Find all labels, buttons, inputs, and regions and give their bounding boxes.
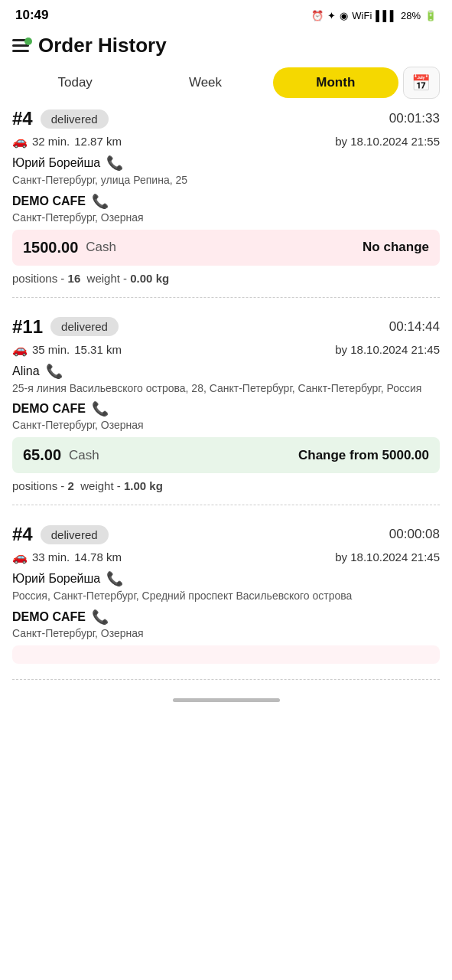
cafe-address: Санкт-Петербург, Озерная <box>12 419 440 431</box>
positions-count: 2 <box>68 479 74 492</box>
cafe-phone-icon[interactable]: 📞 <box>92 193 109 210</box>
order-deadline: by 18.10.2024 21:45 <box>335 343 440 356</box>
cafe-address: Санкт-Петербург, Озерная <box>12 211 440 224</box>
order-deadline: by 18.10.2024 21:55 <box>335 135 440 148</box>
order-meta: 🚗 32 min. 12.87 km by 18.10.2024 21:55 <box>12 134 440 149</box>
customer-address: Россия, Санкт-Петербург, Средний проспек… <box>12 589 440 604</box>
order-card: #11 delivered 00:14:44 🚗 35 min. 15.31 k… <box>12 316 440 506</box>
car-icon: 🚗 <box>12 342 28 357</box>
menu-button[interactable] <box>12 39 29 52</box>
tab-today[interactable]: Today <box>12 67 138 98</box>
signal-icon: ▌▌▌ <box>376 10 397 21</box>
cafe-row: DEMO CAFE 📞 <box>12 400 440 417</box>
customer-name: Alina <box>12 364 40 378</box>
positions-row: positions - 2 weight - 1.00 kg <box>12 479 440 492</box>
customer-phone-icon[interactable]: 📞 <box>106 570 123 587</box>
customer-row: Юрий Борейша 📞 <box>12 570 440 587</box>
tab-week[interactable]: Week <box>142 67 268 98</box>
order-deadline: by 18.10.2024 21:45 <box>335 550 440 564</box>
customer-row: Юрий Борейша 📞 <box>12 155 440 172</box>
payment-left: 1500.00 Cash <box>23 239 116 256</box>
cafe-name: DEMO CAFE <box>12 402 86 416</box>
scroll-indicator <box>173 698 280 702</box>
order-elapsed-time: 00:00:08 <box>389 527 440 542</box>
customer-name: Юрий Борейша <box>12 156 100 170</box>
order-card: #4 delivered 00:00:08 🚗 33 min. 14.78 km… <box>12 524 440 680</box>
order-number: #4 <box>12 108 33 129</box>
cafe-name: DEMO CAFE <box>12 610 86 624</box>
order-km: 12.87 km <box>74 135 122 148</box>
payment-type: Cash <box>86 240 116 255</box>
order-duration: 35 min. <box>32 343 70 356</box>
order-elapsed-time: 00:01:33 <box>389 111 440 126</box>
customer-address: Санкт-Петербург, улица Репина, 25 <box>12 173 440 188</box>
customer-address: 25-я линия Васильевского острова, 28, Са… <box>12 381 440 397</box>
order-duration: 33 min. <box>32 550 70 564</box>
battery-icon: 🔋 <box>424 10 437 21</box>
cafe-phone-icon[interactable]: 📞 <box>92 400 109 417</box>
wifi-icon: WiFi <box>352 10 372 21</box>
order-number: #11 <box>12 316 43 338</box>
status-bar: 10:49 ⏰ ✦ ◉ WiFi ▌▌▌ 28% 🔋 <box>0 0 452 28</box>
online-indicator <box>24 38 32 45</box>
weight-value: 1.00 kg <box>124 479 163 492</box>
payment-amount: 65.00 <box>23 446 61 464</box>
cafe-row: DEMO CAFE 📞 <box>12 193 440 210</box>
order-card: #4 delivered 00:01:33 🚗 32 min. 12.87 km… <box>12 108 440 298</box>
calendar-button[interactable]: 📅 <box>403 67 440 99</box>
header: Order History <box>0 28 452 67</box>
order-header: #11 delivered 00:14:44 <box>12 316 440 338</box>
status-badge: delivered <box>41 109 109 129</box>
payment-amount: 1500.00 <box>23 239 78 256</box>
status-icons: ⏰ ✦ ◉ WiFi ▌▌▌ 28% 🔋 <box>311 10 437 21</box>
order-duration: 32 min. <box>32 135 70 148</box>
page-title: Order History <box>38 34 167 57</box>
tab-month[interactable]: Month <box>273 67 398 98</box>
payment-row: 65.00 Cash Change from 5000.00 <box>12 437 440 473</box>
order-id-group: #11 delivered <box>12 316 119 338</box>
order-header: #4 delivered 00:00:08 <box>12 524 440 545</box>
payment-row: 1500.00 Cash No change <box>12 230 440 266</box>
bluetooth-icon: ✦ <box>327 10 336 21</box>
customer-row: Alina 📞 <box>12 363 440 380</box>
customer-phone-icon[interactable]: 📞 <box>46 363 63 380</box>
status-badge: delivered <box>50 317 119 336</box>
location-icon: ◉ <box>340 10 348 21</box>
payment-change: Change from 5000.00 <box>298 448 429 463</box>
order-header: #4 delivered 00:01:33 <box>12 108 440 129</box>
car-icon: 🚗 <box>12 550 28 564</box>
cafe-name: DEMO CAFE <box>12 194 86 208</box>
order-meta: 🚗 35 min. 15.31 km by 18.10.2024 21:45 <box>12 342 440 357</box>
cafe-phone-icon[interactable]: 📞 <box>92 609 109 626</box>
order-km: 14.78 km <box>74 550 122 564</box>
customer-name: Юрий Борейша <box>12 572 100 586</box>
order-km: 15.31 km <box>74 343 122 356</box>
status-badge: delivered <box>41 525 109 544</box>
tab-bar: Today Week Month 📅 <box>0 67 452 108</box>
order-distance: 🚗 32 min. 12.87 km <box>12 134 122 149</box>
order-meta: 🚗 33 min. 14.78 km by 18.10.2024 21:45 <box>12 550 440 564</box>
order-id-group: #4 delivered <box>12 524 109 545</box>
order-elapsed-time: 00:14:44 <box>389 319 440 335</box>
payment-change: No change <box>363 240 429 255</box>
cafe-address: Санкт-Петербург, Озерная <box>12 627 440 639</box>
customer-phone-icon[interactable]: 📞 <box>106 155 123 172</box>
order-distance: 🚗 33 min. 14.78 km <box>12 550 122 564</box>
alarm-icon: ⏰ <box>311 10 324 21</box>
positions-row: positions - 16 weight - 0.00 kg <box>12 272 440 285</box>
cafe-row: DEMO CAFE 📞 <box>12 609 440 626</box>
car-icon: 🚗 <box>12 134 28 149</box>
status-time: 10:49 <box>15 8 48 23</box>
order-id-group: #4 delivered <box>12 108 109 129</box>
order-distance: 🚗 35 min. 15.31 km <box>12 342 122 357</box>
payment-left: 65.00 Cash <box>23 446 99 464</box>
battery-text: 28% <box>401 10 421 21</box>
order-list: #4 delivered 00:01:33 🚗 32 min. 12.87 km… <box>0 108 452 680</box>
positions-count: 16 <box>68 272 81 285</box>
payment-type: Cash <box>69 448 99 463</box>
calendar-icon: 📅 <box>411 74 431 92</box>
weight-value: 0.00 kg <box>130 272 169 285</box>
payment-row <box>12 645 440 664</box>
order-number: #4 <box>12 524 33 545</box>
